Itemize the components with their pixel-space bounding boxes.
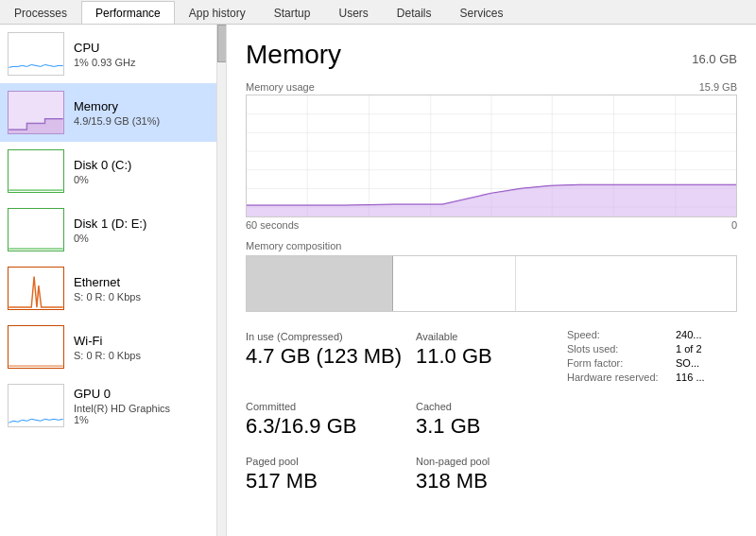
sidebar: CPU 1% 0.93 GHz Memory 4.9/15.9 GB (31%) <box>0 25 227 536</box>
hw-reserved-label: Hardware reserved: <box>567 372 676 383</box>
svg-rect-3 <box>9 150 62 192</box>
cpu-thumbnail <box>8 32 64 76</box>
content-area: Memory 16.0 GB Memory usage 15.9 GB <box>227 25 756 536</box>
tab-services[interactable]: Services <box>446 1 518 24</box>
comp-standby <box>393 256 516 311</box>
sidebar-item-wifi[interactable]: Wi-Fi S: 0 R: 0 Kbps <box>0 318 226 376</box>
committed-value: 6.3/16.9 GB <box>246 414 416 439</box>
time-label-left: 60 seconds <box>246 219 299 231</box>
chart-top-label-row: Memory usage 15.9 GB <box>246 81 737 93</box>
svg-rect-0 <box>9 33 62 75</box>
ethernet-info: Ethernet S: 0 R: 0 Kbps <box>74 275 218 303</box>
disk0-stat: 0% <box>74 174 218 185</box>
non-paged-value: 318 MB <box>416 469 567 493</box>
memory-name: Memory <box>74 99 218 113</box>
comp-in-use <box>247 256 393 311</box>
comp-free <box>516 256 736 311</box>
sidebar-item-ethernet[interactable]: Ethernet S: 0 R: 0 Kbps <box>0 259 226 318</box>
sidebar-item-memory[interactable]: Memory 4.9/15.9 GB (31%) <box>0 83 226 142</box>
svg-rect-6 <box>9 326 62 368</box>
memory-info: Memory 4.9/15.9 GB (31%) <box>74 99 218 127</box>
sidebar-item-cpu[interactable]: CPU 1% 0.93 GHz <box>0 25 226 83</box>
memory-thumbnail <box>8 91 64 134</box>
disk1-name: Disk 1 (D: E:) <box>74 216 218 231</box>
disk1-thumbnail <box>8 208 64 251</box>
disk0-info: Disk 0 (C:) 0% <box>74 158 218 185</box>
cached-value: 3.1 GB <box>416 414 567 439</box>
stat-paged-pool: Paged pool 517 MB <box>246 450 416 499</box>
memory-stat: 4.9/15.9 GB (31%) <box>74 115 218 127</box>
form-factor-row: Form factor: SO... <box>567 357 737 369</box>
committed-label: Committed <box>246 401 416 412</box>
slots-label: Slots used: <box>567 343 676 354</box>
sidebar-scrollbar[interactable] <box>216 25 226 536</box>
sidebar-item-gpu[interactable]: GPU 0 Intel(R) HD Graphics 1% <box>0 376 226 435</box>
tab-app-history[interactable]: App history <box>175 1 260 24</box>
sidebar-item-disk0[interactable]: Disk 0 (C:) 0% <box>0 142 226 200</box>
slots-row: Slots used: 1 of 2 <box>567 343 737 354</box>
composition-label: Memory composition <box>246 240 737 251</box>
disk0-thumbnail <box>8 149 64 193</box>
stats-grid-row3: Paged pool 517 MB Non-paged pool 318 MB <box>246 450 737 499</box>
chart-top-label: Memory usage <box>246 81 315 93</box>
tab-details[interactable]: Details <box>383 1 446 24</box>
sidebar-scroll-thumb[interactable] <box>217 25 227 62</box>
time-label-right: 0 <box>731 219 737 231</box>
composition-section: Memory composition <box>246 240 737 312</box>
stat-cached: Cached 3.1 GB <box>416 395 567 444</box>
ethernet-thumbnail <box>8 267 64 310</box>
speed-value: 240... <box>676 329 702 340</box>
wifi-info: Wi-Fi S: 0 R: 0 Kbps <box>74 334 218 361</box>
svg-rect-4 <box>9 209 62 251</box>
cpu-info: CPU 1% 0.93 GHz <box>74 41 218 68</box>
stat-details: Speed: 240... Slots used: 1 of 2 Form fa… <box>567 325 737 389</box>
available-label: Available <box>416 331 567 342</box>
tab-bar: Processes Performance App history Startu… <box>0 0 756 25</box>
available-value: 11.0 GB <box>416 344 567 369</box>
tab-performance[interactable]: Performance <box>81 1 175 24</box>
paged-pool-label: Paged pool <box>246 456 416 467</box>
ethernet-name: Ethernet <box>74 275 218 289</box>
tab-startup[interactable]: Startup <box>260 1 325 24</box>
memory-usage-chart <box>246 95 737 217</box>
stat-available: Available 11.0 GB <box>416 325 567 389</box>
in-use-value: 4.7 GB (123 MB) <box>246 344 416 369</box>
slots-value: 1 of 2 <box>676 343 702 354</box>
total-ram: 16.0 GB <box>692 52 737 66</box>
wifi-name: Wi-Fi <box>74 334 218 348</box>
wifi-stat: S: 0 R: 0 Kbps <box>74 350 218 361</box>
hw-reserved-row: Hardware reserved: 116 ... <box>567 372 737 383</box>
content-header: Memory 16.0 GB <box>246 40 737 70</box>
form-factor-label: Form factor: <box>567 357 676 369</box>
in-use-label: In use (Compressed) <box>246 331 416 342</box>
form-factor-value: SO... <box>676 357 699 369</box>
speed-row: Speed: 240... <box>567 329 737 340</box>
composition-bar <box>246 255 737 312</box>
stats-grid-row1: In use (Compressed) 4.7 GB (123 MB) Avai… <box>246 325 737 389</box>
tab-users[interactable]: Users <box>324 1 382 24</box>
sidebar-item-disk1[interactable]: Disk 1 (D: E:) 0% <box>0 200 226 259</box>
stat-non-paged: Non-paged pool 318 MB <box>416 450 567 499</box>
speed-label: Speed: <box>567 329 676 340</box>
ethernet-stat: S: 0 R: 0 Kbps <box>74 291 218 303</box>
chart-time-labels: 60 seconds 0 <box>246 219 737 231</box>
memory-usage-section: Memory usage 15.9 GB <box>246 81 737 231</box>
paged-pool-value: 517 MB <box>246 469 416 493</box>
cached-label: Cached <box>416 401 567 412</box>
disk1-stat: 0% <box>74 233 218 244</box>
gpu-info: GPU 0 Intel(R) HD Graphics 1% <box>74 387 218 425</box>
non-paged-label: Non-paged pool <box>416 456 567 467</box>
cpu-name: CPU <box>74 41 218 55</box>
gpu-stat: Intel(R) HD Graphics 1% <box>74 403 218 425</box>
disk1-info: Disk 1 (D: E:) 0% <box>74 216 218 244</box>
stats-grid-row2: Committed 6.3/16.9 GB Cached 3.1 GB <box>246 395 737 444</box>
cpu-stat: 1% 0.93 GHz <box>74 57 218 68</box>
wifi-thumbnail <box>8 325 64 369</box>
disk0-name: Disk 0 (C:) <box>74 158 218 172</box>
gpu-name: GPU 0 <box>74 387 218 401</box>
chart-top-value: 15.9 GB <box>699 81 737 93</box>
content-title: Memory <box>246 40 341 70</box>
tab-processes[interactable]: Processes <box>0 1 81 24</box>
stat-committed: Committed 6.3/16.9 GB <box>246 395 416 444</box>
gpu-thumbnail <box>8 384 64 427</box>
